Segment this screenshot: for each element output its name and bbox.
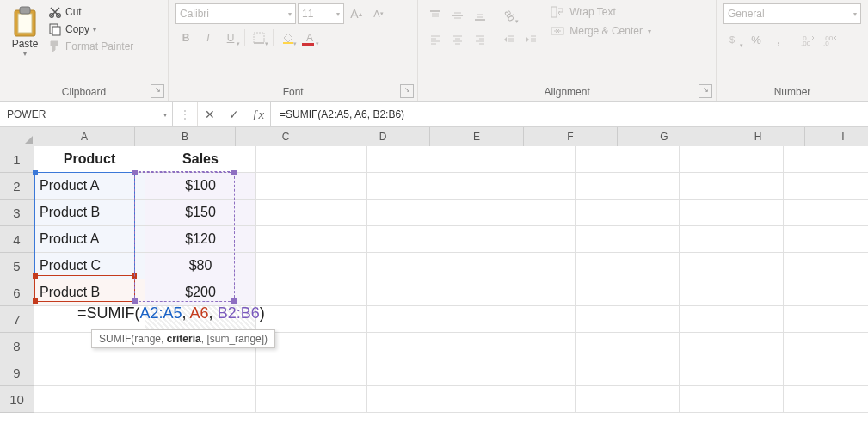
- cell-a2[interactable]: Product A: [34, 173, 145, 200]
- accounting-format-button[interactable]: $: [723, 29, 744, 50]
- increase-decimal-button[interactable]: .0.00: [797, 29, 818, 50]
- insert-function-button[interactable]: ƒx: [246, 102, 270, 126]
- cell-b10[interactable]: [145, 386, 256, 413]
- column-header-i[interactable]: I: [805, 127, 868, 147]
- cell-c6[interactable]: [256, 280, 367, 306]
- cell-g10[interactable]: [680, 386, 784, 413]
- cell-h5[interactable]: [784, 253, 868, 280]
- cell-g8[interactable]: [680, 333, 784, 359]
- cell-b2[interactable]: $100: [145, 173, 256, 200]
- align-right-button[interactable]: [470, 29, 490, 50]
- column-header-f[interactable]: F: [524, 127, 618, 147]
- align-center-button[interactable]: [447, 29, 468, 50]
- cell-b5[interactable]: $80: [145, 253, 256, 280]
- cell-d5[interactable]: [367, 253, 471, 280]
- column-header-g[interactable]: G: [618, 127, 711, 147]
- row-header-4[interactable]: 4: [0, 226, 34, 253]
- cell-g7[interactable]: [680, 306, 784, 333]
- cell-c5[interactable]: [256, 253, 367, 280]
- cell-f4[interactable]: [576, 226, 680, 253]
- alignment-dialog-launcher[interactable]: ↘: [699, 84, 712, 98]
- cell-h1[interactable]: [784, 146, 868, 173]
- cell-h6[interactable]: [784, 280, 868, 306]
- cell-d7[interactable]: [367, 306, 471, 333]
- number-format-combo[interactable]: General▾: [723, 3, 861, 24]
- font-size-combo[interactable]: 11▾: [298, 3, 344, 24]
- column-header-c[interactable]: C: [236, 127, 336, 147]
- format-painter-button[interactable]: Format Painter: [48, 40, 133, 53]
- column-header-b[interactable]: B: [135, 127, 236, 147]
- cell-d3[interactable]: [367, 200, 471, 226]
- align-middle-button[interactable]: [447, 5, 468, 26]
- cell-e2[interactable]: [471, 173, 576, 200]
- cell-f2[interactable]: [576, 173, 680, 200]
- cell-g3[interactable]: [680, 200, 784, 226]
- cell-d6[interactable]: [367, 280, 471, 306]
- font-dialog-launcher[interactable]: ↘: [400, 84, 414, 98]
- cell-e1[interactable]: [471, 146, 576, 173]
- cell-b4[interactable]: $120: [145, 226, 256, 253]
- cell-c4[interactable]: [256, 226, 367, 253]
- font-name-combo[interactable]: Calibri▾: [175, 3, 296, 24]
- percent-button[interactable]: %: [746, 29, 766, 50]
- cut-button[interactable]: Cut: [48, 5, 133, 19]
- copy-button[interactable]: Copy ▾: [48, 22, 133, 36]
- wrap-text-button[interactable]: Wrap Text: [551, 5, 651, 19]
- clipboard-dialog-launcher[interactable]: ↘: [151, 84, 164, 98]
- cell-a4[interactable]: Product A: [34, 226, 145, 253]
- cell-d1[interactable]: [367, 146, 471, 173]
- name-box[interactable]: POWER ▾: [0, 102, 173, 126]
- column-header-h[interactable]: H: [711, 127, 805, 147]
- comma-button[interactable]: ,: [768, 29, 789, 50]
- cell-h4[interactable]: [784, 226, 868, 253]
- active-cell-formula[interactable]: =SUMIF(A2:A5, A6, B2:B6): [77, 304, 265, 322]
- cell-b1[interactable]: Sales: [145, 146, 256, 173]
- row-header-6[interactable]: 6: [0, 280, 34, 306]
- align-top-button[interactable]: [425, 5, 446, 26]
- decrease-font-button[interactable]: A▾: [368, 3, 389, 24]
- cell-f8[interactable]: [576, 333, 680, 359]
- cell-d10[interactable]: [367, 386, 471, 413]
- cell-a5[interactable]: Product C: [34, 253, 145, 280]
- increase-indent-button[interactable]: [521, 29, 542, 50]
- cell-e4[interactable]: [471, 226, 576, 253]
- cell-a6[interactable]: Product B: [34, 280, 145, 306]
- cell-g1[interactable]: [680, 146, 784, 173]
- cell-e3[interactable]: [471, 200, 576, 226]
- column-header-d[interactable]: D: [336, 127, 430, 147]
- orientation-button[interactable]: ab: [499, 5, 520, 26]
- increase-font-button[interactable]: A▴: [346, 3, 366, 24]
- column-header-a[interactable]: A: [34, 127, 135, 147]
- cell-g4[interactable]: [680, 226, 784, 253]
- cell-a3[interactable]: Product B: [34, 200, 145, 226]
- row-header-1[interactable]: 1: [0, 146, 34, 173]
- cell-h2[interactable]: [784, 173, 868, 200]
- decrease-decimal-button[interactable]: .00.0: [820, 29, 840, 50]
- row-header-2[interactable]: 2: [0, 173, 34, 200]
- select-all-corner[interactable]: [0, 127, 35, 147]
- cell-c1[interactable]: [256, 146, 367, 173]
- cell-h10[interactable]: [784, 386, 868, 413]
- cell-e10[interactable]: [471, 386, 576, 413]
- formula-options-button[interactable]: ⋮: [173, 102, 198, 126]
- cell-g6[interactable]: [680, 280, 784, 306]
- cancel-formula-button[interactable]: ✕: [198, 102, 222, 126]
- cell-c10[interactable]: [256, 386, 367, 413]
- cell-d8[interactable]: [367, 333, 471, 359]
- row-header-3[interactable]: 3: [0, 200, 34, 226]
- cell-a9[interactable]: [34, 359, 145, 386]
- cell-c9[interactable]: [256, 359, 367, 386]
- row-header-5[interactable]: 5: [0, 253, 34, 280]
- column-header-e[interactable]: E: [430, 127, 524, 147]
- row-header-9[interactable]: 9: [0, 359, 34, 386]
- cell-d4[interactable]: [367, 226, 471, 253]
- cell-f7[interactable]: [576, 306, 680, 333]
- align-left-button[interactable]: [425, 29, 446, 50]
- formula-input[interactable]: =SUMIF(A2:A5, A6, B2:B6): [271, 102, 868, 126]
- cell-e5[interactable]: [471, 253, 576, 280]
- cell-e9[interactable]: [471, 359, 576, 386]
- cell-f3[interactable]: [576, 200, 680, 226]
- font-color-button[interactable]: A: [299, 28, 320, 48]
- enter-formula-button[interactable]: ✓: [222, 102, 246, 126]
- italic-button[interactable]: I: [198, 28, 219, 48]
